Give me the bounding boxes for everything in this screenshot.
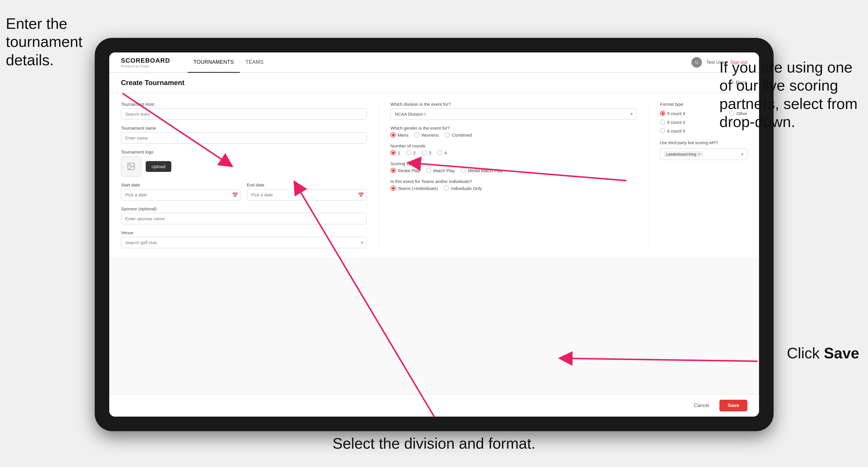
live-scoring-remove-icon[interactable]: ✕	[698, 152, 701, 156]
name-input[interactable]	[121, 132, 367, 144]
tablet-screen: SCOREBOARD Powered by Clippi TOURNAMENTS…	[109, 53, 759, 416]
nav-logo-title: SCOREBOARD	[121, 57, 170, 64]
teams-label: Is this event for Teams and/or Individua…	[391, 179, 637, 184]
gender-womens-label: Womens	[422, 132, 439, 137]
teams-group: Is this event for Teams and/or Individua…	[391, 179, 637, 191]
logo-placeholder	[121, 156, 141, 177]
teams-individuals-circle	[444, 186, 449, 191]
format-6count5-circle	[660, 128, 665, 133]
annotation-saveright: Click Save	[787, 344, 859, 362]
end-date-label: End date	[247, 182, 367, 187]
scoring-group: Scoring system Stroke Play Match Play	[391, 161, 637, 173]
gender-radio-mens-circle	[391, 132, 396, 137]
col-divider-2	[648, 102, 648, 248]
page-content: Create Tournament < Back Tournament Host…	[109, 73, 759, 394]
scoring-match-label: Match Play	[433, 168, 455, 173]
create-tournament-header: Create Tournament < Back	[109, 73, 759, 93]
svg-point-1	[129, 165, 130, 166]
rounds-group: Number of rounds 1 2	[391, 143, 637, 155]
gender-group: Which gender is the event for? Mens Wome…	[391, 126, 637, 137]
rounds-label: Number of rounds	[391, 143, 637, 148]
form-mid-col: Which division is the event for? NCAA Di…	[391, 102, 637, 248]
format-5count4-radio[interactable]: 5 count 4	[660, 111, 685, 116]
rounds-radio-1-circle	[391, 150, 396, 155]
annotation-topright: If you are using one of our live scoring…	[719, 58, 859, 131]
rounds-radio-4[interactable]: 4	[437, 150, 447, 155]
rounds-radio-group: 1 2 3 4	[391, 150, 637, 155]
rounds-radio-4-circle	[437, 150, 442, 155]
gender-radio-womens[interactable]: Womens	[414, 132, 439, 137]
rounds-3-label: 3	[429, 150, 431, 155]
form-left-col: Tournament Host Tournament name Tourname…	[121, 102, 367, 248]
division-label: Which division is the event for?	[391, 102, 637, 106]
venue-select-wrap: ▼	[121, 237, 367, 248]
nav-links: TOURNAMENTS TEAMS	[188, 53, 691, 72]
gender-mens-label: Mens	[398, 132, 408, 137]
teams-teams-label: Teams (+Individuals)	[398, 186, 438, 191]
nav-logo: SCOREBOARD Powered by Clippi	[121, 57, 170, 68]
end-date-input[interactable]	[247, 189, 367, 200]
live-scoring-select[interactable]: Leaderboard King ✕ ▼	[660, 149, 747, 160]
division-select[interactable]: NCAA Division I NCAA Division II NCAA Di…	[391, 108, 637, 120]
teams-individuals-label: Individuals Only	[451, 186, 482, 191]
live-scoring-dropdown-arrow: ▼	[741, 152, 744, 156]
scoring-medal-circle	[461, 168, 466, 173]
scoring-stroke-circle	[391, 168, 396, 173]
format-6count4-label: 6 count 4	[667, 120, 685, 125]
sponsor-group: Sponsor (optional)	[121, 206, 367, 224]
scoring-radio-match[interactable]: Match Play	[426, 168, 455, 173]
start-date-group: Start date 📅	[121, 182, 241, 200]
live-scoring-tag: Leaderboard King ✕	[664, 151, 703, 157]
scoring-radio-group: Stroke Play Match Play Medal Match Play	[391, 168, 637, 173]
teams-teams-circle	[391, 186, 396, 191]
save-button[interactable]: Save	[719, 400, 747, 411]
logo-label: Tournament logo	[121, 150, 367, 154]
gender-radio-mens[interactable]: Mens	[391, 132, 408, 137]
division-select-wrap: NCAA Division I NCAA Division II NCAA Di…	[391, 108, 637, 120]
format-5count4-label: 5 count 4	[667, 111, 685, 116]
sponsor-input[interactable]	[121, 213, 367, 224]
nav-link-tournaments[interactable]: TOURNAMENTS	[188, 53, 240, 73]
cancel-button[interactable]: Cancel	[688, 400, 715, 411]
gender-radio-combined[interactable]: Combined	[445, 132, 472, 137]
rounds-radio-3[interactable]: 3	[422, 150, 431, 155]
venue-input[interactable]	[121, 237, 367, 248]
start-date-wrap: 📅	[121, 189, 241, 200]
gender-label: Which gender is the event for?	[391, 126, 637, 130]
teams-radio-individuals[interactable]: Individuals Only	[444, 186, 482, 191]
scoring-stroke-label: Stroke Play	[398, 168, 420, 173]
end-date-wrap: 📅	[247, 189, 367, 200]
teams-radio-group: Teams (+Individuals) Individuals Only	[391, 186, 637, 191]
top-nav: SCOREBOARD Powered by Clippi TOURNAMENTS…	[109, 53, 759, 73]
col-divider-1	[378, 102, 379, 248]
rounds-radio-2-circle	[406, 150, 411, 155]
scoring-match-circle	[426, 168, 431, 173]
rounds-1-label: 1	[398, 150, 400, 155]
upload-button[interactable]: Upload	[146, 161, 171, 172]
nav-logo-sub: Powered by Clippi	[121, 64, 170, 68]
live-scoring-value: Leaderboard King	[666, 152, 696, 156]
image-icon	[127, 162, 135, 171]
rounds-radio-1[interactable]: 1	[391, 150, 400, 155]
gender-radio-combined-circle	[445, 132, 450, 137]
start-date-input[interactable]	[121, 189, 241, 200]
sponsor-label: Sponsor (optional)	[121, 206, 367, 211]
logo-group: Tournament logo Upload	[121, 150, 367, 177]
venue-group: Venue ▼	[121, 230, 367, 248]
scoring-radio-stroke[interactable]: Stroke Play	[391, 168, 420, 173]
rounds-radio-2[interactable]: 2	[406, 150, 415, 155]
scoring-radio-medal[interactable]: Medal Match Play	[461, 168, 503, 173]
nav-link-teams[interactable]: TEAMS	[240, 53, 270, 73]
form-body: Tournament Host Tournament name Tourname…	[109, 93, 759, 257]
annotation-bottom: Select the division and format.	[333, 434, 535, 453]
scoring-label: Scoring system	[391, 161, 637, 166]
host-input[interactable]	[121, 108, 367, 120]
host-group: Tournament Host	[121, 102, 367, 120]
logo-upload-area: Upload	[121, 156, 367, 177]
name-label: Tournament name	[121, 126, 367, 130]
start-date-label: Start date	[121, 182, 241, 187]
live-scoring-label: Use third-party live scoring API?	[660, 141, 747, 145]
rounds-radio-3-circle	[422, 150, 427, 155]
teams-radio-teams[interactable]: Teams (+Individuals)	[391, 186, 438, 191]
format-6count5-label: 6 count 5	[667, 128, 685, 133]
